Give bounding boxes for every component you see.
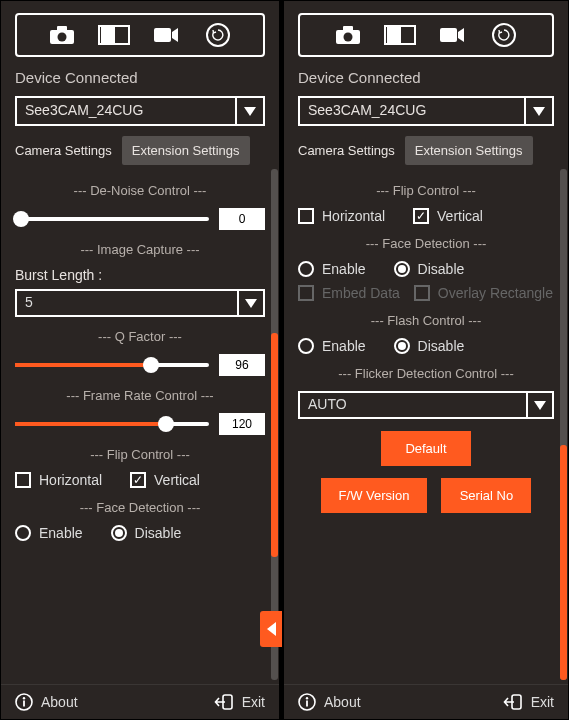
switch-camera-button[interactable]: [481, 21, 527, 49]
svg-point-10: [344, 33, 353, 42]
connection-status: Device Connected: [298, 69, 554, 86]
flip-vertical-checkbox[interactable]: Vertical: [413, 208, 483, 224]
chevron-down-icon: [526, 393, 552, 417]
flip-v-label: Vertical: [437, 208, 483, 224]
embed-data-label: Embed Data: [322, 285, 400, 301]
face-disable-label: Disable: [135, 525, 182, 541]
footer-right: About Exit: [284, 684, 568, 719]
flip-horizontal-checkbox[interactable]: Horizontal: [298, 208, 385, 224]
serial-no-button[interactable]: Serial No: [441, 478, 531, 513]
checkbox-disabled-icon: [414, 285, 430, 301]
video-mode-button[interactable]: [143, 21, 189, 49]
capture-mode-row: [298, 13, 554, 57]
device-select-value: See3CAM_24CUG: [17, 98, 235, 124]
face-enable-label: Enable: [322, 261, 366, 277]
face-disable-label: Disable: [418, 261, 465, 277]
exit-label: Exit: [531, 694, 554, 710]
framerate-slider[interactable]: [15, 422, 209, 426]
face-options-row: Embed Data Overlay Rectangle: [298, 285, 554, 301]
info-buttons-row: F/W Version Serial No: [298, 478, 554, 513]
checkbox-checked-icon: [413, 208, 429, 224]
flash-disable-radio[interactable]: Disable: [394, 338, 465, 354]
tab-extension-settings[interactable]: Extension Settings: [405, 136, 533, 165]
exit-label: Exit: [242, 694, 265, 710]
settings-scroll-right: --- Flip Control --- Horizontal Vertical…: [284, 165, 568, 684]
face-disable-radio[interactable]: Disable: [111, 525, 182, 541]
flash-enable-label: Enable: [322, 338, 366, 354]
radio-icon: [298, 338, 314, 354]
denoise-slider[interactable]: [15, 217, 209, 221]
svg-rect-1: [57, 26, 67, 31]
flip-vertical-checkbox[interactable]: Vertical: [130, 472, 200, 488]
face-radios-left: Enable Disable: [15, 525, 265, 541]
tab-camera-settings[interactable]: Camera Settings: [288, 136, 405, 165]
tabs: Camera Settings Extension Settings: [5, 136, 275, 165]
capture-mode-row: [15, 13, 265, 57]
face-enable-radio[interactable]: Enable: [298, 261, 366, 277]
tab-extension-settings[interactable]: Extension Settings: [122, 136, 250, 165]
section-flash: --- Flash Control ---: [298, 313, 554, 328]
switch-camera-button[interactable]: [195, 21, 241, 49]
scrollbar-left[interactable]: [271, 169, 278, 680]
about-button[interactable]: About: [298, 693, 361, 711]
exit-icon: [503, 693, 523, 711]
svg-rect-14: [306, 701, 308, 707]
tab-camera-settings[interactable]: Camera Settings: [5, 136, 122, 165]
video-mode-button[interactable]: [429, 21, 475, 49]
section-framerate: --- Frame Rate Control ---: [15, 388, 265, 403]
device-select[interactable]: See3CAM_24CUG: [298, 96, 554, 126]
footer-left: About Exit: [1, 684, 279, 719]
device-select-value: See3CAM_24CUG: [300, 98, 524, 124]
flip-v-label: Vertical: [154, 472, 200, 488]
radio-icon: [298, 261, 314, 277]
face-disable-radio[interactable]: Disable: [394, 261, 465, 277]
flash-radios: Enable Disable: [298, 338, 554, 354]
default-button[interactable]: Default: [381, 431, 471, 466]
about-button[interactable]: About: [15, 693, 78, 711]
capture-mode-button[interactable]: [377, 21, 423, 49]
checkbox-disabled-icon: [298, 285, 314, 301]
denoise-value[interactable]: 0: [219, 208, 265, 230]
exit-button[interactable]: Exit: [503, 693, 554, 711]
burst-length-label: Burst Length :: [15, 267, 265, 283]
svg-rect-11: [440, 28, 457, 42]
svg-point-5: [23, 697, 25, 699]
face-radios-right: Enable Disable: [298, 261, 554, 277]
checkbox-icon: [298, 208, 314, 224]
scrollbar-right[interactable]: [560, 169, 567, 680]
device-select[interactable]: See3CAM_24CUG: [15, 96, 265, 126]
section-flip-right: --- Flip Control ---: [298, 183, 554, 198]
video-icon: [153, 26, 179, 44]
flicker-value: AUTO: [300, 393, 526, 417]
burst-length-select[interactable]: 5: [15, 289, 265, 317]
burst-length-value: 5: [17, 291, 237, 315]
photo-mode-button[interactable]: [325, 21, 371, 49]
fw-version-button[interactable]: F/W Version: [321, 478, 428, 513]
capture-mode-button[interactable]: [91, 21, 137, 49]
flip-h-label: Horizontal: [322, 208, 385, 224]
section-flip-left: --- Flip Control ---: [15, 447, 265, 462]
flash-enable-radio[interactable]: Enable: [298, 338, 366, 354]
rect-icon: [384, 25, 416, 45]
qfactor-slider-row: 96: [15, 354, 265, 376]
about-label: About: [41, 694, 78, 710]
checkbox-checked-icon: [130, 472, 146, 488]
video-icon: [439, 26, 465, 44]
chevron-left-icon: [267, 622, 276, 636]
flicker-select[interactable]: AUTO: [298, 391, 554, 419]
rect-icon: [98, 25, 130, 45]
overlay-rect-checkbox: Overlay Rectangle: [414, 285, 553, 301]
framerate-value[interactable]: 120: [219, 413, 265, 435]
qfactor-value[interactable]: 96: [219, 354, 265, 376]
svg-rect-9: [343, 26, 353, 31]
qfactor-slider[interactable]: [15, 363, 209, 367]
default-button-row: Default: [298, 431, 554, 466]
flip-horizontal-checkbox[interactable]: Horizontal: [15, 472, 102, 488]
collapse-handle[interactable]: [260, 611, 282, 647]
exit-button[interactable]: Exit: [214, 693, 265, 711]
chevron-down-icon: [235, 98, 263, 124]
refresh-icon: [492, 23, 516, 47]
photo-mode-button[interactable]: [39, 21, 85, 49]
face-enable-radio[interactable]: Enable: [15, 525, 83, 541]
embed-data-checkbox: Embed Data: [298, 285, 400, 301]
